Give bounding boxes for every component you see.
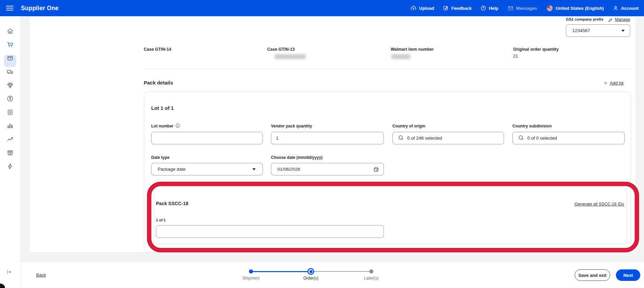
next-button[interactable]: Next <box>616 269 640 281</box>
lot-title: Lot 1 of 1 <box>151 105 174 111</box>
info-icon[interactable] <box>175 123 180 129</box>
sidebar-item-items-box[interactable] <box>6 54 14 62</box>
sidebar-expand-icon[interactable] <box>6 269 14 277</box>
date-type-label: Date type <box>151 155 169 160</box>
step-label-orders: Order(s) <box>291 276 331 281</box>
generate-sscc-link[interactable]: Generate all SSCC-18 IDs <box>574 202 624 207</box>
date-type-select[interactable]: Package date <box>151 163 263 175</box>
gs1-prefix-value: 1234567 <box>566 28 590 33</box>
sidebar-item-reports-clipboard[interactable] <box>6 109 14 116</box>
walmart-item-label: Walmart item number <box>391 47 434 52</box>
us-flag-icon <box>546 4 553 12</box>
back-link[interactable]: Back <box>36 272 46 278</box>
section-divider <box>144 69 631 69</box>
lot-number-label: Lot number <box>151 124 174 128</box>
country-subdivision-search[interactable]: 0 of 0 selected <box>512 132 625 144</box>
sidebar-item-payments-dollar[interactable]: $ <box>6 95 14 102</box>
sidebar-item-performance-bolt[interactable] <box>6 163 14 170</box>
calendar-icon[interactable] <box>373 166 379 173</box>
vendor-pack-label: Vendor pack quantity <box>271 124 312 128</box>
step-dot-shipment[interactable] <box>249 269 253 273</box>
step-label-shipment: Shipment <box>231 276 271 281</box>
step-dot-labels[interactable] <box>369 269 373 273</box>
account-button[interactable]: Account <box>613 5 639 11</box>
walmart-item-redacted-value <box>391 54 410 59</box>
gs1-manage-link[interactable]: Manage <box>615 17 630 22</box>
lot-number-input[interactable] <box>151 132 263 144</box>
app-title: Supplier One <box>21 5 59 12</box>
footer-action-bar <box>21 261 644 288</box>
case-gtin13-redacted-value <box>275 54 306 59</box>
choose-date-input[interactable]: 01/06/2026 <box>271 163 384 175</box>
sidebar-item-insights-trend[interactable] <box>6 136 14 143</box>
help-circle-icon <box>480 5 486 11</box>
edit-pencil-icon[interactable] <box>608 18 613 24</box>
search-icon <box>398 135 404 142</box>
step-dot-orders <box>309 270 313 273</box>
chevron-down-icon <box>621 30 625 32</box>
original-qty-label: Original order quantity <box>513 47 559 52</box>
stepper-line-done <box>251 271 311 272</box>
sidebar-item-analytics-bars[interactable] <box>6 122 14 129</box>
case-gtin14-label: Case GTIN-14 <box>144 47 171 52</box>
add-lot-link[interactable]: Add lot <box>610 80 623 86</box>
top-nav: Upload Feedback Help Messages <box>410 0 639 16</box>
envelope-icon <box>507 5 514 11</box>
messages-button[interactable]: Messages <box>507 5 537 11</box>
step-label-labels: Label(s) <box>351 276 392 281</box>
upload-button[interactable]: Upload <box>410 5 434 11</box>
choose-date-value: 01/06/2026 <box>271 167 300 172</box>
pack-details-title: Pack details <box>144 80 173 86</box>
choose-date-label: Choose date (mm/dd/yyyy) <box>271 155 323 160</box>
sidebar-item-orders-cart[interactable] <box>6 41 14 48</box>
hamburger-menu-icon[interactable] <box>6 6 14 10</box>
sidebar-item-home[interactable] <box>6 27 14 35</box>
feedback-pencil-icon <box>443 5 449 11</box>
help-button[interactable]: Help <box>480 5 498 11</box>
original-qty-value: 21 <box>513 53 518 58</box>
sscc-index-label: 1 of 1 <box>156 218 166 222</box>
sscc-input[interactable] <box>156 225 384 238</box>
date-type-value: Package date <box>152 167 186 172</box>
locale-selector[interactable]: United States (English) <box>546 4 604 12</box>
case-gtin13-label: Case GTIN-13 <box>267 47 295 52</box>
country-origin-label: Country of origin <box>392 124 425 128</box>
sidebar-item-marketplace-store[interactable] <box>6 149 14 157</box>
country-origin-value: 0 of 246 selected <box>407 136 442 141</box>
stepper-line-todo <box>311 271 371 272</box>
gs1-prefix-label: GS1 company prefix <box>566 17 603 21</box>
chevron-down-icon <box>252 168 256 170</box>
country-origin-search[interactable]: 0 of 246 selected <box>392 132 504 144</box>
sidebar-item-shipping-truck[interactable] <box>6 68 14 75</box>
sscc-title: Pack SSCC-18 <box>156 201 188 206</box>
country-subdivision-label: Country subdivision <box>512 124 552 128</box>
country-subdivision-value: 0 of 0 selected <box>527 136 557 141</box>
top-app-bar: Supplier One Upload Feedback Help <box>0 0 644 16</box>
feedback-button[interactable]: Feedback <box>443 5 472 11</box>
plus-icon <box>603 80 608 87</box>
cloud-upload-icon <box>410 5 417 11</box>
save-and-exit-button[interactable]: Save and exit <box>575 269 610 281</box>
person-icon <box>613 5 619 11</box>
search-icon <box>518 135 524 142</box>
svg-text:$: $ <box>9 97 11 100</box>
gs1-prefix-select[interactable]: 1234567 <box>566 24 630 37</box>
sidebar-item-growth-gem[interactable] <box>6 81 14 89</box>
vendor-pack-input[interactable] <box>271 132 384 144</box>
